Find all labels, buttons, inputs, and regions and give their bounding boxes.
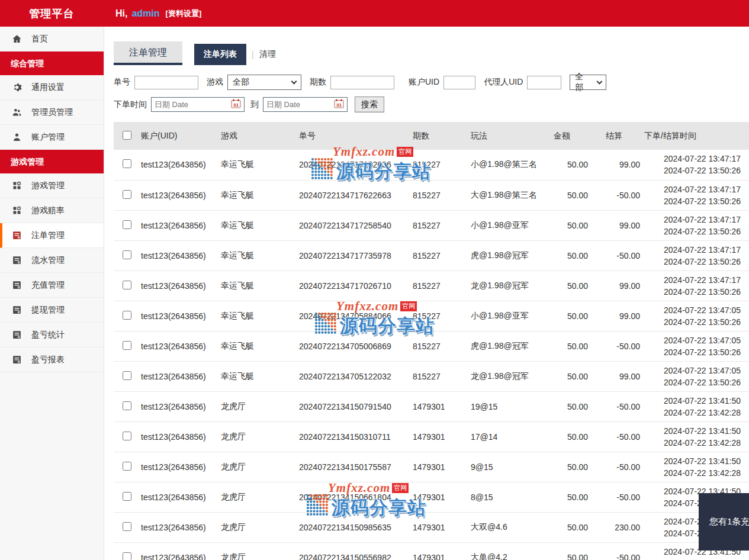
cell-settle: -50.00 — [588, 331, 640, 361]
cell-settle: -50.00 — [588, 482, 640, 512]
cell-order: 20240722134150310711 — [299, 421, 413, 452]
cell-settle: 99.00 — [588, 150, 640, 180]
calendar-icon[interactable]: 31 — [231, 99, 241, 110]
sidebar-item[interactable]: 提现管理 — [0, 298, 104, 323]
sidebar-item[interactable]: 游戏管理 — [0, 173, 104, 198]
row-checkbox[interactable] — [123, 159, 131, 168]
row-checkbox[interactable] — [123, 341, 131, 350]
sidebar-item[interactable]: 盈亏报表 — [0, 347, 104, 372]
cell-amount: 50.00 — [542, 210, 588, 240]
date-to-input[interactable]: 日期 Date 31 — [263, 97, 348, 112]
col-period: 期数 — [413, 122, 471, 150]
cell-settle: -50.00 — [588, 452, 640, 482]
date-from-input[interactable]: 日期 Date 31 — [151, 97, 245, 112]
recharge-toast[interactable]: 您有1条充 — [699, 493, 749, 551]
cell-amount: 50.00 — [542, 301, 588, 331]
row-checkbox[interactable] — [123, 401, 131, 410]
order-no-input[interactable] — [134, 76, 198, 89]
table-row: test123(2643856)龙虎厅202407221341503107111… — [114, 421, 749, 452]
sidebar-item-label: 流水管理 — [31, 255, 65, 266]
cell-game: 幸运飞艇 — [221, 150, 299, 180]
sidebar-item[interactable]: 充值管理 — [0, 273, 104, 298]
row-checkbox[interactable] — [123, 371, 131, 380]
sidebar-item[interactable]: 账户管理 — [0, 125, 104, 150]
game-select[interactable]: 全部 — [227, 75, 301, 90]
sidebar-items: 首页综合管理通用设置管理员管理账户管理游戏管理游戏管理游戏赔率注单管理流水管理充… — [0, 27, 104, 372]
tab-order-list[interactable]: 注单列表 — [194, 44, 246, 65]
cell-acct: test123(2643856) — [141, 180, 221, 210]
sidebar-item-label: 管理员管理 — [31, 107, 73, 118]
cell-acct: test123(2643856) — [141, 331, 221, 361]
cell-period: 1479301 — [413, 452, 471, 482]
cell-game: 幸运飞艇 — [221, 180, 299, 210]
calendar-icon[interactable]: 31 — [334, 99, 344, 110]
search-button[interactable]: 搜索 — [355, 96, 384, 112]
sidebar-item[interactable]: 注单管理 — [0, 223, 104, 248]
main-content: 注单管理 注单列表 | 清理 单号 游戏 全部 期数 — [105, 27, 749, 560]
sidebar-item[interactable]: 游戏赔率 — [0, 198, 104, 223]
row-checkbox[interactable] — [123, 522, 131, 531]
cell-acct: test123(2643856) — [141, 240, 221, 271]
cell-order: 20240722134717622663 — [299, 180, 413, 210]
cell-acct: test123(2643856) — [141, 150, 221, 180]
col-time: 下单/结算时间 — [640, 122, 749, 150]
settled-time: 2024-07-22 13:50:26 — [664, 256, 749, 268]
row-checkbox[interactable] — [123, 250, 131, 259]
cell-settle: -50.00 — [588, 180, 640, 210]
cell-play: 17@14 — [471, 421, 542, 452]
cell-period: 1479301 — [413, 421, 471, 452]
cell-game: 幸运飞艇 — [221, 331, 299, 361]
cell-order: 20240722134717192636 — [299, 150, 413, 180]
report-icon — [12, 305, 24, 315]
cell-settle: 99.00 — [588, 361, 640, 391]
profile-settings-link[interactable]: [资料设置] — [166, 8, 202, 19]
cell-settle: 99.00 — [588, 301, 640, 331]
cell-period: 815227 — [413, 150, 471, 180]
orders-table-wrap: 账户(UID) 游戏 单号 期数 玩法 金额 结算 下单/结算时间 test12… — [114, 122, 749, 560]
cell-period: 1479301 — [413, 391, 471, 421]
cell-play: 大单@4.2 — [471, 542, 542, 560]
row-checkbox[interactable] — [123, 190, 131, 199]
select-all-checkbox[interactable] — [123, 131, 131, 140]
gear-icon — [12, 82, 24, 92]
sidebar-item-label: 提现管理 — [31, 305, 65, 316]
row-checkbox[interactable] — [123, 311, 131, 320]
cell-order: 20240722134150985635 — [299, 512, 413, 542]
tab-clean[interactable]: 清理 — [259, 49, 276, 60]
row-checkbox[interactable] — [123, 492, 131, 501]
settled-time: 2024-07-22 13:50:26 — [664, 346, 749, 358]
sidebar-item[interactable]: 盈亏统计 — [0, 323, 104, 347]
row-checkbox[interactable] — [123, 432, 131, 440]
row-checkbox[interactable] — [123, 281, 131, 289]
agent-uid-input[interactable] — [527, 76, 561, 89]
sidebar-item[interactable]: 通用设置 — [0, 75, 104, 100]
cell-period: 815227 — [413, 301, 471, 331]
row-checkbox[interactable] — [123, 462, 131, 471]
table-row: test123(2643856)龙虎厅202407221341501755871… — [114, 452, 749, 482]
cell-period: 815227 — [413, 271, 471, 301]
row-checkbox[interactable] — [123, 220, 131, 229]
table-row: test123(2643856)幸运飞艇20240722134717026710… — [114, 271, 749, 301]
greeting-prefix: Hi, — [115, 8, 127, 19]
row-checkbox[interactable] — [123, 552, 131, 560]
account-uid-input[interactable] — [443, 76, 475, 89]
cell-order: 20240722134150661804 — [299, 482, 413, 512]
sidebar-item[interactable]: 管理员管理 — [0, 100, 104, 125]
cell-amount: 50.00 — [542, 271, 588, 301]
placed-time: 2024-07-22 13:47:17 — [664, 274, 749, 286]
table-row: test123(2643856)幸运飞艇20240722134705006869… — [114, 331, 749, 361]
tab-separator: | — [252, 50, 254, 59]
settled-time: 2024-07-22 13:42:28 — [664, 407, 749, 419]
page-title: 注单管理 — [114, 41, 182, 65]
filters: 单号 游戏 全部 期数 账户UID 代理人UID — [114, 75, 749, 112]
sidebar-item[interactable]: 流水管理 — [0, 248, 104, 273]
cell-game: 龙虎厅 — [221, 421, 299, 452]
cell-amount: 50.00 — [542, 542, 588, 560]
cell-period: 815227 — [413, 210, 471, 240]
report-icon — [12, 230, 24, 240]
period-input[interactable] — [330, 76, 394, 89]
sidebar-section-header: 游戏管理 — [0, 150, 104, 173]
sidebar-item-label: 注单管理 — [31, 230, 65, 241]
status-select[interactable]: 全部 — [570, 75, 606, 90]
sidebar-item[interactable]: 首页 — [0, 27, 104, 52]
